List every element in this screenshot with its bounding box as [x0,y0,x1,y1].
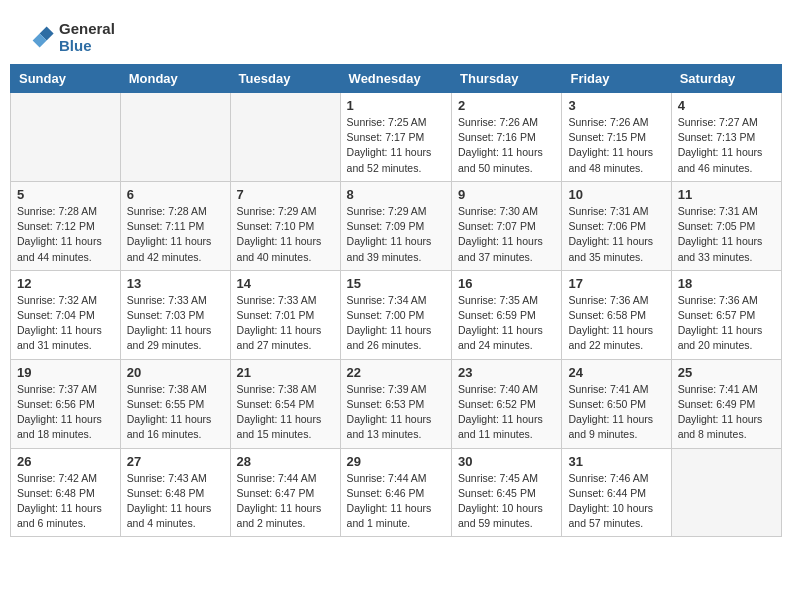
calendar-cell: 26Sunrise: 7:42 AM Sunset: 6:48 PM Dayli… [11,448,121,537]
day-info: Sunrise: 7:29 AM Sunset: 7:10 PM Dayligh… [237,204,334,265]
calendar-cell: 18Sunrise: 7:36 AM Sunset: 6:57 PM Dayli… [671,270,781,359]
day-info: Sunrise: 7:33 AM Sunset: 7:01 PM Dayligh… [237,293,334,354]
day-info: Sunrise: 7:44 AM Sunset: 6:46 PM Dayligh… [347,471,445,532]
calendar-cell: 1Sunrise: 7:25 AM Sunset: 7:17 PM Daylig… [340,93,451,182]
day-number: 21 [237,365,334,380]
weekday-header-row: SundayMondayTuesdayWednesdayThursdayFrid… [11,65,782,93]
day-number: 26 [17,454,114,469]
day-number: 22 [347,365,445,380]
day-number: 25 [678,365,775,380]
day-info: Sunrise: 7:30 AM Sunset: 7:07 PM Dayligh… [458,204,555,265]
day-number: 7 [237,187,334,202]
day-info: Sunrise: 7:28 AM Sunset: 7:11 PM Dayligh… [127,204,224,265]
calendar-cell: 27Sunrise: 7:43 AM Sunset: 6:48 PM Dayli… [120,448,230,537]
day-number: 31 [568,454,664,469]
day-number: 13 [127,276,224,291]
day-number: 8 [347,187,445,202]
calendar-cell: 23Sunrise: 7:40 AM Sunset: 6:52 PM Dayli… [452,359,562,448]
day-info: Sunrise: 7:41 AM Sunset: 6:50 PM Dayligh… [568,382,664,443]
calendar-cell: 16Sunrise: 7:35 AM Sunset: 6:59 PM Dayli… [452,270,562,359]
calendar-cell: 3Sunrise: 7:26 AM Sunset: 7:15 PM Daylig… [562,93,671,182]
day-info: Sunrise: 7:41 AM Sunset: 6:49 PM Dayligh… [678,382,775,443]
day-number: 1 [347,98,445,113]
day-number: 30 [458,454,555,469]
day-info: Sunrise: 7:38 AM Sunset: 6:55 PM Dayligh… [127,382,224,443]
day-number: 27 [127,454,224,469]
day-info: Sunrise: 7:26 AM Sunset: 7:15 PM Dayligh… [568,115,664,176]
calendar-table: SundayMondayTuesdayWednesdayThursdayFrid… [10,64,782,537]
calendar-cell: 21Sunrise: 7:38 AM Sunset: 6:54 PM Dayli… [230,359,340,448]
calendar-cell: 6Sunrise: 7:28 AM Sunset: 7:11 PM Daylig… [120,181,230,270]
day-info: Sunrise: 7:28 AM Sunset: 7:12 PM Dayligh… [17,204,114,265]
day-number: 28 [237,454,334,469]
day-info: Sunrise: 7:43 AM Sunset: 6:48 PM Dayligh… [127,471,224,532]
calendar-cell: 31Sunrise: 7:46 AM Sunset: 6:44 PM Dayli… [562,448,671,537]
weekday-header: Friday [562,65,671,93]
day-info: Sunrise: 7:34 AM Sunset: 7:00 PM Dayligh… [347,293,445,354]
calendar-cell [11,93,121,182]
day-number: 23 [458,365,555,380]
day-info: Sunrise: 7:33 AM Sunset: 7:03 PM Dayligh… [127,293,224,354]
calendar-cell: 8Sunrise: 7:29 AM Sunset: 7:09 PM Daylig… [340,181,451,270]
day-number: 17 [568,276,664,291]
day-info: Sunrise: 7:44 AM Sunset: 6:47 PM Dayligh… [237,471,334,532]
day-number: 5 [17,187,114,202]
calendar-cell: 4Sunrise: 7:27 AM Sunset: 7:13 PM Daylig… [671,93,781,182]
day-info: Sunrise: 7:31 AM Sunset: 7:05 PM Dayligh… [678,204,775,265]
day-number: 4 [678,98,775,113]
day-info: Sunrise: 7:26 AM Sunset: 7:16 PM Dayligh… [458,115,555,176]
day-number: 2 [458,98,555,113]
day-number: 11 [678,187,775,202]
day-number: 9 [458,187,555,202]
calendar-cell: 5Sunrise: 7:28 AM Sunset: 7:12 PM Daylig… [11,181,121,270]
day-info: Sunrise: 7:27 AM Sunset: 7:13 PM Dayligh… [678,115,775,176]
calendar-cell: 17Sunrise: 7:36 AM Sunset: 6:58 PM Dayli… [562,270,671,359]
calendar-cell: 22Sunrise: 7:39 AM Sunset: 6:53 PM Dayli… [340,359,451,448]
calendar-cell: 19Sunrise: 7:37 AM Sunset: 6:56 PM Dayli… [11,359,121,448]
calendar-cell: 30Sunrise: 7:45 AM Sunset: 6:45 PM Dayli… [452,448,562,537]
day-number: 29 [347,454,445,469]
day-info: Sunrise: 7:25 AM Sunset: 7:17 PM Dayligh… [347,115,445,176]
calendar-cell: 10Sunrise: 7:31 AM Sunset: 7:06 PM Dayli… [562,181,671,270]
day-info: Sunrise: 7:35 AM Sunset: 6:59 PM Dayligh… [458,293,555,354]
logo-text-general: General [59,20,115,37]
weekday-header: Sunday [11,65,121,93]
day-info: Sunrise: 7:40 AM Sunset: 6:52 PM Dayligh… [458,382,555,443]
day-number: 10 [568,187,664,202]
calendar-cell: 15Sunrise: 7:34 AM Sunset: 7:00 PM Dayli… [340,270,451,359]
calendar-cell [120,93,230,182]
weekday-header: Wednesday [340,65,451,93]
page-header: General Blue [10,10,782,59]
day-number: 19 [17,365,114,380]
calendar-cell: 11Sunrise: 7:31 AM Sunset: 7:05 PM Dayli… [671,181,781,270]
day-info: Sunrise: 7:36 AM Sunset: 6:57 PM Dayligh… [678,293,775,354]
calendar-week-row: 5Sunrise: 7:28 AM Sunset: 7:12 PM Daylig… [11,181,782,270]
calendar-week-row: 26Sunrise: 7:42 AM Sunset: 6:48 PM Dayli… [11,448,782,537]
day-number: 6 [127,187,224,202]
logo-text-blue: Blue [59,37,115,54]
weekday-header: Monday [120,65,230,93]
calendar-cell: 29Sunrise: 7:44 AM Sunset: 6:46 PM Dayli… [340,448,451,537]
calendar-cell: 12Sunrise: 7:32 AM Sunset: 7:04 PM Dayli… [11,270,121,359]
day-number: 16 [458,276,555,291]
day-number: 18 [678,276,775,291]
calendar-cell: 24Sunrise: 7:41 AM Sunset: 6:50 PM Dayli… [562,359,671,448]
day-number: 20 [127,365,224,380]
weekday-header: Saturday [671,65,781,93]
calendar-cell: 2Sunrise: 7:26 AM Sunset: 7:16 PM Daylig… [452,93,562,182]
calendar-cell: 25Sunrise: 7:41 AM Sunset: 6:49 PM Dayli… [671,359,781,448]
day-info: Sunrise: 7:32 AM Sunset: 7:04 PM Dayligh… [17,293,114,354]
day-info: Sunrise: 7:36 AM Sunset: 6:58 PM Dayligh… [568,293,664,354]
day-info: Sunrise: 7:37 AM Sunset: 6:56 PM Dayligh… [17,382,114,443]
day-number: 3 [568,98,664,113]
day-info: Sunrise: 7:31 AM Sunset: 7:06 PM Dayligh… [568,204,664,265]
day-info: Sunrise: 7:29 AM Sunset: 7:09 PM Dayligh… [347,204,445,265]
calendar-week-row: 19Sunrise: 7:37 AM Sunset: 6:56 PM Dayli… [11,359,782,448]
weekday-header: Thursday [452,65,562,93]
day-info: Sunrise: 7:46 AM Sunset: 6:44 PM Dayligh… [568,471,664,532]
day-number: 12 [17,276,114,291]
day-info: Sunrise: 7:42 AM Sunset: 6:48 PM Dayligh… [17,471,114,532]
day-info: Sunrise: 7:45 AM Sunset: 6:45 PM Dayligh… [458,471,555,532]
calendar-cell [671,448,781,537]
calendar-cell: 9Sunrise: 7:30 AM Sunset: 7:07 PM Daylig… [452,181,562,270]
